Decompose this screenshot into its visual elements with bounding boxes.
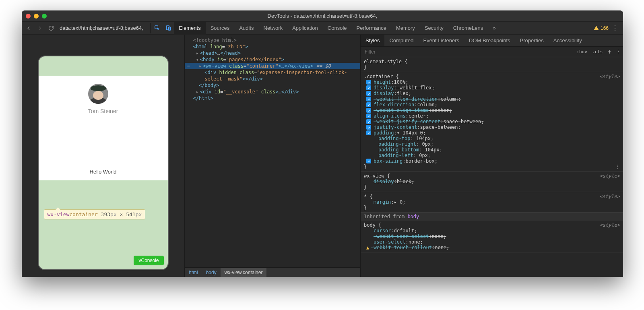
crumb-body[interactable]: body (202, 268, 221, 277)
close-icon[interactable] (26, 14, 31, 19)
window-title: DevTools - data:text/html;charset=utf-8;… (22, 13, 623, 19)
vconsole-button[interactable]: vConsole (134, 256, 163, 265)
back-icon[interactable] (25, 25, 32, 32)
warning-count: 166 (601, 25, 609, 31)
subtab-eventlisteners[interactable]: Event Listeners (418, 35, 464, 46)
avatar (88, 84, 108, 104)
tab-chromelens[interactable]: ChromeLens (448, 22, 488, 35)
subtab-accessibility[interactable]: Accessibility (549, 35, 587, 46)
rule-container: <style> .container { height: 100%;displa… (361, 72, 623, 172)
kebab-menu-icon[interactable]: ⋮ (610, 24, 620, 32)
traffic-lights (26, 14, 47, 19)
inspect-icon[interactable] (151, 23, 163, 34)
inherited-label: Inherited from body (361, 213, 623, 221)
filter-bar: :hov .cls + ⋮ (361, 47, 623, 57)
inspect-tooltip: wx-viewcontainer 393px × 541px (44, 209, 146, 219)
reload-icon[interactable] (47, 25, 55, 32)
url-bar[interactable]: data:text/html;charset=utf-8;base64, (58, 25, 149, 31)
rule-elementstyle: element.style { } (361, 57, 623, 72)
panel-menu-icon[interactable]: ⋮ (614, 49, 623, 54)
devtools-window: DevTools - data:text/html;charset=utf-8;… (22, 10, 623, 277)
breadcrumb: html body wx-view.container (185, 267, 360, 277)
hello-text: Hello World (90, 169, 117, 175)
device-icon[interactable] (163, 23, 174, 34)
hov-toggle[interactable]: :hov (574, 49, 590, 54)
subtab-styles[interactable]: Styles (361, 35, 384, 46)
main-tabs: Elements Sources Audits Network Applicat… (174, 22, 500, 35)
styles-list[interactable]: element.style { } <style> .container { h… (361, 57, 623, 277)
tab-application[interactable]: Application (287, 22, 323, 35)
user-name: Tom Steiner (88, 108, 118, 114)
tab-security[interactable]: Security (420, 22, 448, 35)
zoom-icon[interactable] (42, 14, 47, 19)
subtab-dombreakpoints[interactable]: DOM Breakpoints (464, 35, 515, 46)
forward-icon[interactable] (36, 25, 43, 32)
subtab-computed[interactable]: Computed (384, 35, 418, 46)
subtab-properties[interactable]: Properties (515, 35, 549, 46)
filter-input[interactable] (361, 49, 574, 55)
tabs-overflow-icon[interactable]: » (488, 22, 500, 35)
elements-panel: <!doctype html> <html lang="zh-CN"> ▸<he… (185, 35, 361, 277)
crumb-html[interactable]: html (185, 268, 202, 277)
main-toolbar: data:text/html;charset=utf-8;base64, Ele… (22, 22, 623, 35)
rule-body: <style> body { cursor: default;-webkit-u… (361, 221, 623, 252)
crumb-wxview[interactable]: wx-view.container (221, 268, 267, 277)
nav-group (22, 25, 58, 32)
tab-console[interactable]: Console (323, 22, 352, 35)
tab-memory[interactable]: Memory (391, 22, 420, 35)
styles-subtabs: Styles Computed Event Listeners DOM Brea… (361, 35, 623, 47)
device-preview: Tom Steiner Hello World wx-viewcontainer… (22, 35, 185, 277)
styles-panel: Styles Computed Event Listeners DOM Brea… (361, 35, 623, 277)
minimize-icon[interactable] (34, 14, 39, 19)
tab-performance[interactable]: Performance (352, 22, 391, 35)
tab-network[interactable]: Network (259, 22, 288, 35)
tab-elements[interactable]: Elements (174, 22, 205, 35)
tab-audits[interactable]: Audits (234, 22, 258, 35)
svg-rect-1 (166, 26, 169, 30)
tab-sources[interactable]: Sources (206, 22, 235, 35)
app-content: Tom Steiner Hello World (39, 76, 168, 180)
add-rule-icon[interactable]: + (605, 48, 614, 56)
phone-frame: Tom Steiner Hello World wx-viewcontainer… (38, 56, 169, 270)
titlebar: DevTools - data:text/html;charset=utf-8;… (22, 10, 623, 22)
rule-wxview: <style> wx-view { display: block; } (361, 172, 623, 192)
cls-toggle[interactable]: .cls (590, 49, 605, 54)
selected-node[interactable]: ⋯ ▸<wx-view class="container">…</wx-view… (185, 63, 360, 69)
warnings-badge[interactable]: 166 (594, 25, 609, 31)
dom-tree[interactable]: <!doctype html> <html lang="zh-CN"> ▸<he… (185, 35, 360, 267)
rule-star: <style> * { margin: ▸ 0; } (361, 192, 623, 213)
